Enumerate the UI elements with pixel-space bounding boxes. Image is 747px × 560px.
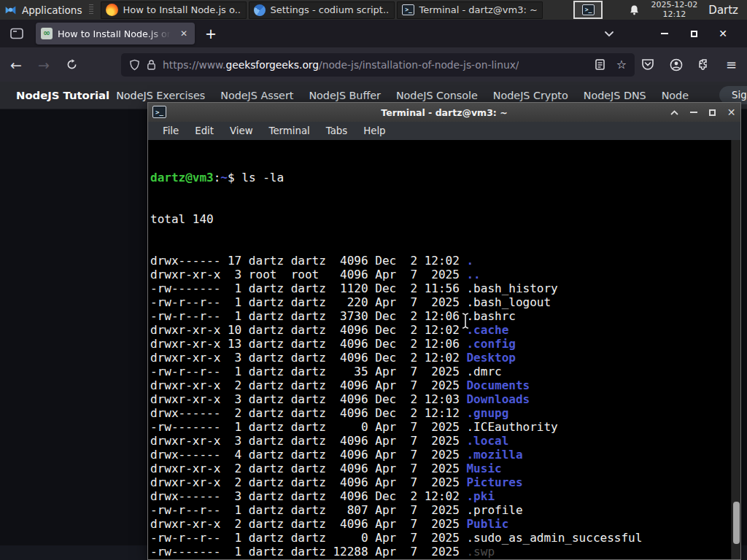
- reload-icon: [66, 59, 77, 70]
- directory-name: .config: [466, 337, 515, 351]
- directory-name: ..: [466, 268, 480, 281]
- nav-item[interactable]: NodeJS Console: [396, 90, 478, 101]
- scrollbar-thumb[interactable]: [733, 502, 740, 544]
- forward-button[interactable]: →: [32, 53, 55, 77]
- url-bar[interactable]: https://www.geeksforgeeks.org/node-js/in…: [121, 53, 635, 77]
- user-menu[interactable]: Dartz: [708, 4, 738, 17]
- terminal-window-controls: ✕: [670, 103, 736, 122]
- terminal-icon: >_: [402, 4, 414, 15]
- terminal-line: drwxr-xr-x 2 dartz dartz 4096 Apr 7 2025…: [150, 475, 729, 489]
- file-name: .bashrc: [466, 309, 515, 323]
- minimize-icon: [690, 112, 697, 113]
- tab-bar: ∞ How to Install Node.js on ✕ + ✕: [0, 20, 747, 47]
- taskbar-item-label: Settings - codium script...: [270, 4, 390, 15]
- nav-item[interactable]: NodeJS Exercises: [116, 90, 205, 101]
- terminal-line: -rw-r--r-- 1 dartz dartz 807 Apr 7 2025 …: [150, 503, 729, 517]
- directory-name: .mozilla: [466, 448, 522, 462]
- taskbar-item-terminal[interactable]: >_ Terminal - dartz@vm3: ~: [397, 1, 543, 19]
- menu-terminal[interactable]: Terminal: [261, 125, 318, 136]
- applications-label: Applications: [22, 4, 82, 16]
- terminal-scrollbar[interactable]: [731, 140, 740, 559]
- tracking-shield-icon[interactable]: [129, 59, 140, 71]
- directory-name: Documents: [466, 378, 530, 392]
- extensions-puzzle-icon[interactable]: [698, 58, 711, 71]
- toolbar-right-icons: ≡: [641, 57, 747, 72]
- menu-edit[interactable]: Edit: [187, 125, 222, 136]
- terminal-line: drwxr-xr-x 3 dartz dartz 4096 Apr 7 2025…: [150, 434, 729, 448]
- terminal-line: -rw-r--r-- 1 dartz dartz 35 Apr 7 2025 .…: [150, 365, 729, 378]
- firefox-view-icon: [10, 28, 23, 39]
- new-tab-button[interactable]: +: [205, 26, 217, 42]
- terminal-line: drwxr-xr-x 10 dartz dartz 4096 Dec 2 12:…: [150, 323, 729, 337]
- terminal-line: drwxr-xr-x 2 dartz dartz 4096 Apr 7 2025…: [150, 517, 729, 531]
- terminal-line: drwxr-xr-x 3 dartz dartz 4096 Dec 2 12:0…: [150, 351, 729, 365]
- bookmark-star-icon[interactable]: ☆: [616, 58, 627, 71]
- nav-item[interactable]: NodeJS Assert: [220, 90, 293, 101]
- directory-name: .gnupg: [466, 406, 508, 420]
- menu-hamburger-icon[interactable]: ≡: [726, 57, 737, 72]
- nav-item[interactable]: Node: [662, 90, 689, 101]
- maximize-icon: [691, 31, 697, 37]
- tab-close-icon[interactable]: ✕: [178, 27, 190, 40]
- directory-name: Downloads: [466, 392, 530, 406]
- minimize-button[interactable]: [659, 28, 670, 39]
- pocket-icon[interactable]: [641, 58, 654, 71]
- file-name: .dmrc: [466, 365, 501, 378]
- workspace-terminal-icon: >_: [582, 4, 595, 15]
- lock-icon[interactable]: [147, 59, 156, 70]
- menu-tabs[interactable]: Tabs: [318, 125, 355, 136]
- terminal-line: drwxr-xr-x 2 dartz dartz 4096 Apr 7 2025…: [150, 378, 729, 392]
- terminal-window: >_ Terminal - dartz@vm3: ~ ✕ File Edit V…: [147, 102, 741, 560]
- minimize-icon: [661, 33, 668, 34]
- firefox-view-button[interactable]: [6, 23, 28, 44]
- terminal-line: -rw------- 1 dartz dartz 12288 Apr 7 202…: [150, 545, 729, 559]
- nav-back-label[interactable]: NodeJS Tutorial: [16, 89, 109, 101]
- directory-name: Desktop: [466, 351, 515, 365]
- maximize-icon: [709, 109, 716, 116]
- taskbar-item-codium[interactable]: Settings - codium script...: [249, 1, 395, 19]
- menu-view[interactable]: View: [222, 125, 261, 136]
- notification-bell-icon[interactable]: [629, 4, 640, 16]
- nav-item[interactable]: NodeJS DNS: [584, 90, 646, 101]
- prompt-line: dartz@vm3:~$ ls -la: [150, 171, 729, 184]
- terminal-line: drwxr-xr-x 2 dartz dartz 4096 Apr 7 2025…: [150, 559, 729, 559]
- terminal-maximize-button[interactable]: [708, 108, 717, 117]
- list-all-tabs-icon[interactable]: [604, 31, 614, 37]
- workspace-switcher[interactable]: >_: [573, 1, 603, 19]
- directory-name: Pictures: [466, 475, 522, 489]
- maximize-button[interactable]: [689, 28, 699, 39]
- applications-menu-button[interactable]: Applications: [0, 0, 86, 20]
- desktop: Applications How to Install Node.js o...…: [0, 0, 747, 560]
- terminal-minimize-button[interactable]: [689, 108, 698, 117]
- browser-tab[interactable]: ∞ How to Install Node.js on ✕: [36, 23, 195, 44]
- panel-clock[interactable]: 2025-12-02 12:12: [651, 1, 697, 19]
- menu-file[interactable]: File: [155, 125, 187, 136]
- reload-button[interactable]: [60, 53, 83, 77]
- terminal-line: drwx------ 3 dartz dartz 4096 Dec 2 12:0…: [150, 489, 729, 503]
- terminal-close-button[interactable]: ✕: [727, 108, 736, 117]
- directory-name: Music: [466, 462, 501, 475]
- reader-view-icon[interactable]: [595, 59, 605, 70]
- nav-item[interactable]: NodeJS Buffer: [309, 90, 381, 101]
- back-button[interactable]: ←: [4, 53, 28, 77]
- file-name: .bash_logout: [466, 295, 551, 309]
- account-icon[interactable]: [670, 58, 683, 71]
- file-name: .swp: [466, 545, 495, 559]
- nav-item[interactable]: NodeJS Crypto: [493, 90, 568, 101]
- clock-time: 12:12: [651, 10, 697, 20]
- total-line: total 140: [150, 212, 729, 226]
- close-button[interactable]: ✕: [718, 28, 728, 39]
- terminal-line: drwxr-xr-x 2 dartz dartz 4096 Apr 7 2025…: [150, 462, 729, 475]
- firefox-icon: [106, 4, 118, 16]
- tab-title: How to Install Node.js on: [58, 28, 173, 39]
- system-tray: 2025-12-02 12:12 Dartz: [629, 1, 747, 19]
- terminal-titlebar[interactable]: >_ Terminal - dartz@vm3: ~ ✕: [148, 103, 740, 122]
- terminal-output[interactable]: dartz@vm3:~$ ls -la total 140 drwx------…: [148, 140, 740, 559]
- menu-help[interactable]: Help: [355, 125, 393, 136]
- url-text: https://www.geeksforgeeks.org/node-js/in…: [163, 59, 519, 71]
- codium-icon: [254, 4, 266, 16]
- taskbar-item-firefox[interactable]: How to Install Node.js o...: [101, 1, 247, 19]
- terminal-line: -rw-r--r-- 1 dartz dartz 220 Apr 7 2025 …: [150, 295, 729, 309]
- directory-name: Public: [466, 517, 508, 531]
- shade-button[interactable]: [670, 108, 679, 117]
